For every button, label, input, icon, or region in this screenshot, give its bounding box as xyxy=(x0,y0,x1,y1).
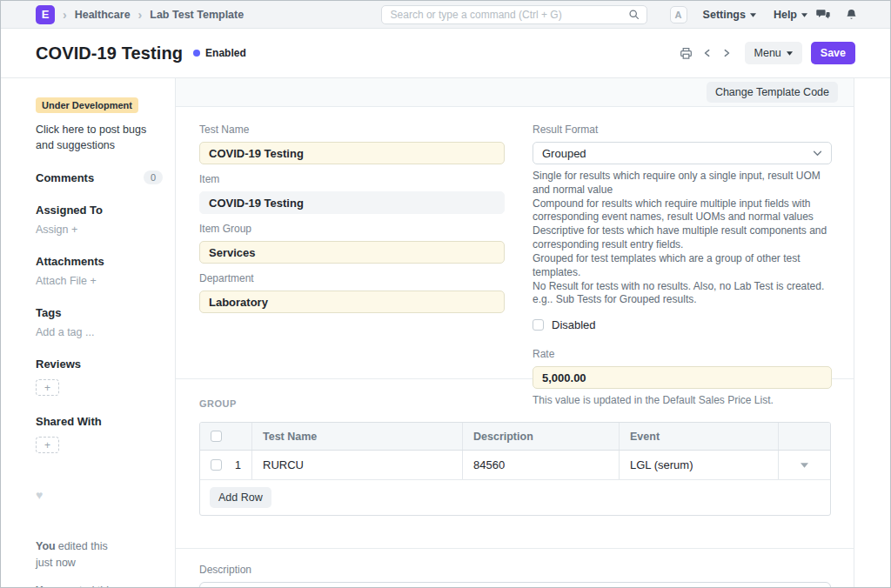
grid-cell-actions xyxy=(779,451,830,479)
assign-button[interactable]: Assign + xyxy=(36,224,163,236)
search-icon xyxy=(628,9,640,20)
form-column-left: Test Name COVID-19 Testing Item COVID-19… xyxy=(199,124,505,406)
disabled-checkbox-row[interactable]: Disabled xyxy=(533,318,832,331)
grid-footer: Add Row xyxy=(200,480,830,515)
grid-header-test-name: Test Name xyxy=(252,423,463,450)
breadcrumb-chevron-icon: › xyxy=(63,8,67,22)
settings-menu[interactable]: Settings xyxy=(703,9,756,21)
history-created: Youcreated this just now xyxy=(36,583,163,587)
breadcrumb-chevron-icon: › xyxy=(138,8,143,22)
reviews-heading: Reviews xyxy=(36,357,163,371)
grid-cell-description[interactable]: 84560 xyxy=(463,451,620,479)
navbar: E › Healthcare › Lab Test Template A Set… xyxy=(1,1,890,29)
breadcrumb-lab-test-template[interactable]: Lab Test Template xyxy=(150,9,244,21)
grid-header-actions xyxy=(779,423,830,450)
grid-header-description: Description xyxy=(463,423,620,450)
field-result-format: Result Format Grouped Single for results… xyxy=(533,124,832,307)
grid-header-select-cell xyxy=(200,423,252,450)
disabled-label: Disabled xyxy=(552,318,596,331)
row-expand-caret-icon[interactable] xyxy=(801,463,808,468)
grid-header-row: Test Name Description Event xyxy=(200,423,830,451)
under-development-badge[interactable]: Under Development xyxy=(36,97,138,113)
help-label: Help xyxy=(774,9,797,21)
chevron-down-icon xyxy=(813,150,822,157)
group-section-heading: GROUP xyxy=(199,398,831,409)
test-name-label: Test Name xyxy=(199,124,505,136)
chevron-down-icon xyxy=(801,13,807,17)
add-tag-input[interactable]: Add a tag ... xyxy=(36,326,163,338)
change-template-code-button[interactable]: Change Template Code xyxy=(707,82,838,103)
like-heart-icon[interactable]: ♥ xyxy=(36,488,163,502)
disabled-checkbox[interactable] xyxy=(533,319,544,331)
history-edited: Youedited this just now xyxy=(36,538,163,571)
form-column-right: Result Format Grouped Single for results… xyxy=(533,124,832,406)
item-group-input[interactable]: Services xyxy=(199,241,505,264)
field-item: Item COVID-19 Testing xyxy=(199,173,505,214)
field-test-name: Test Name COVID-19 Testing xyxy=(199,124,505,164)
item-group-label: Item Group xyxy=(199,223,505,235)
assigned-to-heading: Assigned To xyxy=(36,204,163,217)
row-index: 1 xyxy=(235,459,241,471)
menu-button[interactable]: Menu xyxy=(745,42,802,64)
grid-row-select-cell: 1 xyxy=(200,451,252,479)
rate-label: Rate xyxy=(533,348,832,360)
status-text: Enabled xyxy=(205,47,246,59)
settings-label: Settings xyxy=(703,9,746,21)
form-sidebar: Under Development Click here to post bug… xyxy=(1,78,176,587)
search-input[interactable] xyxy=(389,8,628,22)
select-all-checkbox[interactable] xyxy=(211,431,222,442)
help-menu[interactable]: Help xyxy=(774,9,807,21)
chevron-down-icon xyxy=(750,13,756,17)
save-button[interactable]: Save xyxy=(811,42,855,64)
history-actor: You xyxy=(36,585,56,587)
group-grid: Test Name Description Event 1 RURCU 8456 xyxy=(199,422,831,516)
shared-with-heading: Shared With xyxy=(36,415,163,428)
add-row-button[interactable]: Add Row xyxy=(210,487,271,508)
test-name-input[interactable]: COVID-19 Testing xyxy=(199,142,505,164)
history-action: created this xyxy=(58,585,115,587)
grid-cell-event[interactable]: LGL (serum) xyxy=(620,451,779,479)
print-icon[interactable] xyxy=(680,47,693,60)
description-input[interactable]: Covid-19 Testing xyxy=(199,582,831,587)
row-checkbox[interactable] xyxy=(211,459,222,471)
global-search[interactable] xyxy=(381,5,647,24)
add-share-button[interactable]: + xyxy=(36,437,59,453)
comments-count-badge: 0 xyxy=(144,170,163,184)
bugs-suggestions-link[interactable]: Click here to post bugs and suggestions xyxy=(36,122,163,153)
item-input: COVID-19 Testing xyxy=(199,191,505,214)
breadcrumb-healthcare[interactable]: Healthcare xyxy=(75,9,131,21)
history-action: edited this xyxy=(58,540,108,552)
history-actor: You xyxy=(36,540,56,552)
item-label: Item xyxy=(199,173,505,185)
bell-icon[interactable] xyxy=(846,9,857,21)
form-section-description: Description Covid-19 Testing xyxy=(176,549,854,587)
department-label: Department xyxy=(199,272,505,284)
form-layout: Change Template Code Test Name COVID-19 … xyxy=(176,78,854,587)
status-indicator: Enabled xyxy=(193,47,246,59)
form-section-group: GROUP Test Name Description Event xyxy=(176,379,854,549)
comments-label: Comments xyxy=(36,171,94,184)
app-window: E › Healthcare › Lab Test Template A Set… xyxy=(0,0,891,588)
avatar[interactable]: A xyxy=(670,6,687,23)
department-input[interactable]: Laboratory xyxy=(199,291,505,313)
form-section-main: Test Name COVID-19 Testing Item COVID-19… xyxy=(176,107,854,379)
page-title: COVID-19 Testing xyxy=(36,43,183,63)
grid-cell-test-name[interactable]: RURCU xyxy=(252,451,463,479)
result-format-help: Single for results which require only a … xyxy=(533,170,832,307)
grid-row[interactable]: 1 RURCU 84560 LGL (serum) xyxy=(200,451,830,480)
comments-row[interactable]: Comments 0 xyxy=(36,170,163,184)
result-format-value: Grouped xyxy=(542,147,586,160)
chevron-down-icon xyxy=(787,51,793,56)
add-review-button[interactable]: + xyxy=(36,379,59,396)
next-record-icon[interactable] xyxy=(722,48,731,58)
result-format-select[interactable]: Grouped xyxy=(533,142,832,164)
result-format-label: Result Format xyxy=(533,124,832,136)
app-logo[interactable]: E xyxy=(36,5,55,24)
form-toolbar: Change Template Code xyxy=(176,78,854,107)
field-item-group: Item Group Services xyxy=(199,223,505,264)
grid-header-event: Event xyxy=(620,423,779,450)
chat-icon[interactable] xyxy=(816,9,830,20)
prev-record-icon[interactable] xyxy=(703,48,712,58)
attach-file-button[interactable]: Attach File + xyxy=(36,275,163,287)
status-dot-icon xyxy=(193,50,200,57)
